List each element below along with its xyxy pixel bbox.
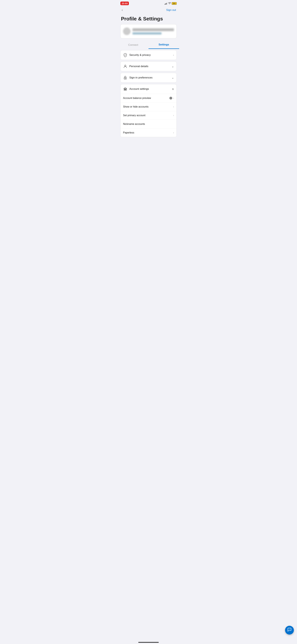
wifi-icon — [168, 2, 171, 5]
tabs-container: Connect Settings — [118, 41, 179, 49]
account-sub-items: Account balance preview › Show or hide a… — [121, 94, 176, 137]
tab-connect[interactable]: Connect — [118, 41, 148, 49]
chevron-right-paperless: › — [173, 131, 174, 134]
personal-label: Personal details — [129, 65, 148, 68]
chevron-down-icon-2: ⌄ — [172, 76, 174, 80]
balance-preview-item[interactable]: Account balance preview › — [121, 94, 176, 102]
signal-icon — [165, 2, 167, 4]
lock-icon — [123, 76, 127, 80]
status-time: 23:03 — [120, 2, 129, 5]
paperless-label: Paperless — [123, 131, 134, 134]
paperless-item[interactable]: Paperless › — [121, 128, 176, 137]
balance-label: Account balance preview — [123, 97, 151, 100]
home-indicator — [138, 642, 159, 643]
bank-icon — [123, 87, 127, 91]
account-settings-label: Account settings — [129, 88, 149, 90]
primary-account-item[interactable]: Set primary account › — [121, 111, 176, 120]
svg-point-2 — [125, 78, 125, 78]
status-icons: 16+ — [165, 2, 177, 5]
account-settings-header[interactable]: Account settings ∧ — [121, 84, 176, 94]
svg-rect-6 — [124, 90, 127, 90]
personal-details-item[interactable]: Personal details ⌄ — [120, 62, 177, 71]
signin-label: Sign-in preferences — [129, 76, 152, 79]
nickname-accounts-item[interactable]: Nickname accounts — [121, 120, 176, 128]
sign-out-button[interactable]: Sign out — [166, 8, 176, 12]
showhide-label: Show or hide accounts — [123, 105, 148, 108]
back-button[interactable]: ‹ — [121, 8, 123, 13]
security-privacy-item[interactable]: Security & privacy › — [120, 50, 177, 60]
tab-settings[interactable]: Settings — [148, 41, 179, 49]
profile-card — [120, 24, 177, 38]
profile-name — [132, 28, 174, 31]
person-icon — [123, 64, 127, 68]
show-hide-accounts-item[interactable]: Show or hide accounts › — [121, 102, 176, 111]
svg-rect-4 — [125, 89, 125, 90]
chevron-right-icon: › — [173, 54, 174, 57]
status-bar: 23:03 16+ — [118, 0, 179, 6]
chevron-down-icon: ⌄ — [172, 64, 174, 68]
account-settings-section: Account settings ∧ Account balance previ… — [120, 84, 177, 137]
nickname-label: Nickname accounts — [123, 123, 145, 126]
chevron-up-icon: ∧ — [172, 87, 174, 91]
profile-subtitle — [132, 32, 162, 34]
toggle-indicator — [169, 97, 172, 100]
svg-point-0 — [125, 65, 126, 66]
avatar — [123, 28, 131, 35]
chevron-right-balance: › — [173, 97, 174, 100]
primary-label: Set primary account — [123, 114, 145, 117]
chevron-right-showhide: › — [173, 105, 174, 108]
settings-list: Security & privacy › Personal details ⌄ — [118, 50, 179, 137]
chevron-right-primary: › — [173, 114, 174, 117]
shield-icon — [123, 53, 127, 57]
security-label: Security & privacy — [129, 54, 151, 56]
nav-bar: ‹ Sign out — [118, 6, 179, 14]
svg-rect-3 — [124, 89, 124, 90]
signin-preferences-item[interactable]: Sign-in preferences ⌄ — [120, 73, 177, 82]
battery-icon: 16+ — [172, 2, 177, 5]
svg-rect-5 — [126, 89, 126, 90]
page-title: Profile & Settings — [118, 14, 179, 24]
